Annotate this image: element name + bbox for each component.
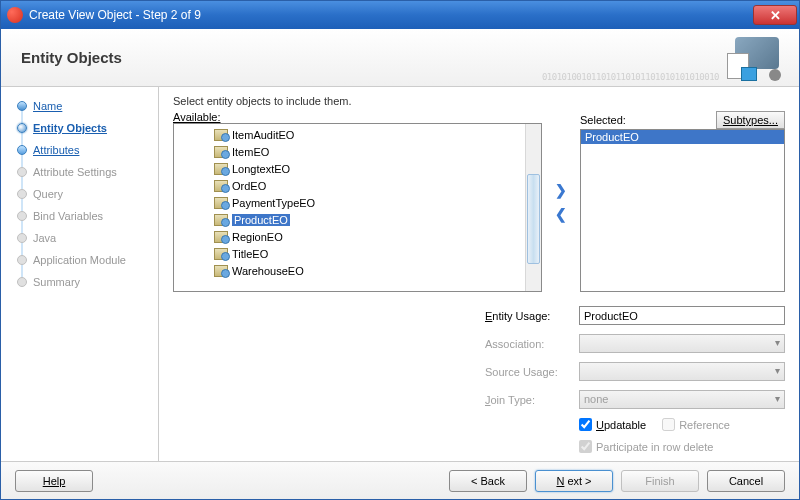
nav-step-attributes[interactable]: Attributes [17, 139, 158, 161]
finish-button: Finish [621, 470, 699, 492]
source-usage-combo [579, 362, 785, 381]
join-type-label: Join Type: [485, 394, 573, 406]
entity-icon [214, 163, 228, 175]
entity-icon [214, 231, 228, 243]
shuttle-row: Available: ItemAuditEOItemEOLongtextEOOr… [173, 111, 785, 292]
step-label[interactable]: Entity Objects [33, 122, 107, 134]
step-dot-icon [17, 189, 27, 199]
entity-name: ItemEO [232, 146, 269, 158]
entity-icon [214, 197, 228, 209]
updatable-input[interactable] [579, 418, 592, 431]
shuttle-controls: ❯ ❮ [550, 111, 572, 292]
header-graphic [727, 37, 779, 79]
available-item[interactable]: PaymentTypeEO [174, 194, 541, 211]
step-dot-icon [17, 233, 27, 243]
nav-step-name[interactable]: Name [17, 95, 158, 117]
entity-name: PaymentTypeEO [232, 197, 315, 209]
window-title: Create View Object - Step 2 of 9 [29, 8, 753, 22]
back-button[interactable]: < Back [449, 470, 527, 492]
step-dot-icon [17, 167, 27, 177]
nav-step-summary: Summary [17, 271, 158, 293]
available-item[interactable]: ItemAuditEO [174, 126, 541, 143]
entity-icon [214, 180, 228, 192]
entity-name: TitleEO [232, 248, 268, 260]
instruction-text: Select entity objects to include them. [173, 95, 785, 107]
entity-name: ProductEO [232, 214, 290, 226]
scrollbar-thumb[interactable] [527, 174, 540, 264]
app-icon [7, 7, 23, 23]
entity-name: OrdEO [232, 180, 266, 192]
nav-step-application-module: Application Module [17, 249, 158, 271]
nav-step-entity-objects[interactable]: Entity Objects [17, 117, 158, 139]
selected-label: Selected: [580, 114, 716, 126]
next-button[interactable]: Next > [535, 470, 613, 492]
source-usage-label: Source Usage: [485, 366, 573, 378]
available-item[interactable]: ProductEO [174, 211, 541, 228]
entity-icon [214, 146, 228, 158]
association-label: Association: [485, 338, 573, 350]
available-item[interactable]: RegionEO [174, 228, 541, 245]
step-label: Java [33, 232, 56, 244]
available-item[interactable]: OrdEO [174, 177, 541, 194]
entity-usage-field[interactable] [579, 306, 785, 325]
nav-step-java: Java [17, 227, 158, 249]
selected-column: Selected: Subtypes... ProductEO [580, 111, 785, 292]
available-item[interactable]: LongtextEO [174, 160, 541, 177]
step-label: Bind Variables [33, 210, 103, 222]
cancel-button[interactable]: Cancel [707, 470, 785, 492]
step-label[interactable]: Attributes [33, 144, 79, 156]
entity-name: WarehouseEO [232, 265, 304, 277]
reference-checkbox: Reference [662, 418, 730, 431]
participate-checkbox: Participate in row delete [579, 440, 713, 453]
join-type-combo: none [579, 390, 785, 409]
nav-step-query: Query [17, 183, 158, 205]
subtypes-button[interactable]: Subtypes... [716, 111, 785, 129]
entity-icon [214, 265, 228, 277]
entity-icon [214, 129, 228, 141]
page-title: Entity Objects [21, 49, 122, 66]
available-item[interactable]: WarehouseEO [174, 262, 541, 279]
entity-icon [214, 214, 228, 226]
wizard-footer: Help < Back Next > Finish Cancel [1, 461, 799, 499]
available-column: Available: ItemAuditEOItemEOLongtextEOOr… [173, 111, 542, 292]
decorative-bits: 010101001011010110101101010101010010 [542, 72, 719, 82]
step-dot-icon [17, 145, 27, 155]
step-label[interactable]: Name [33, 100, 62, 112]
step-dot-icon [17, 123, 27, 133]
selected-item[interactable]: ProductEO [581, 130, 784, 144]
wizard-header: Entity Objects 0101010010110101101011010… [1, 29, 799, 87]
updatable-checkbox[interactable]: Updatable [579, 418, 646, 431]
entity-name: ItemAuditEO [232, 129, 294, 141]
reference-input [662, 418, 675, 431]
wizard-body: NameEntity ObjectsAttributesAttribute Se… [1, 87, 799, 461]
titlebar: Create View Object - Step 2 of 9 ✕ [1, 1, 799, 29]
selected-listbox[interactable]: ProductEO [580, 129, 785, 292]
entity-usage-label: Entity Usage: [485, 310, 573, 322]
available-listbox[interactable]: ItemAuditEOItemEOLongtextEOOrdEOPaymentT… [173, 123, 542, 292]
add-button[interactable]: ❯ [554, 183, 568, 197]
step-dot-icon [17, 277, 27, 287]
participate-input [579, 440, 592, 453]
nav-step-bind-variables: Bind Variables [17, 205, 158, 227]
step-label: Query [33, 188, 63, 200]
step-dot-icon [17, 255, 27, 265]
association-combo [579, 334, 785, 353]
close-button[interactable]: ✕ [753, 5, 797, 25]
help-button[interactable]: Help [15, 470, 93, 492]
step-dot-icon [17, 211, 27, 221]
step-label: Summary [33, 276, 80, 288]
nav-step-attribute-settings: Attribute Settings [17, 161, 158, 183]
available-item[interactable]: ItemEO [174, 143, 541, 160]
wizard-window: Create View Object - Step 2 of 9 ✕ Entit… [0, 0, 800, 500]
available-item[interactable]: TitleEO [174, 245, 541, 262]
step-label: Application Module [33, 254, 126, 266]
available-label: Available: [173, 111, 221, 123]
entity-icon [214, 248, 228, 260]
available-scrollbar[interactable] [525, 124, 541, 291]
entity-form: Entity Usage: Association: Source Usage:… [485, 306, 785, 453]
entity-name: LongtextEO [232, 163, 290, 175]
remove-button[interactable]: ❮ [554, 207, 568, 221]
step-label: Attribute Settings [33, 166, 117, 178]
main-panel: Select entity objects to include them. A… [159, 87, 799, 461]
entity-name: RegionEO [232, 231, 283, 243]
